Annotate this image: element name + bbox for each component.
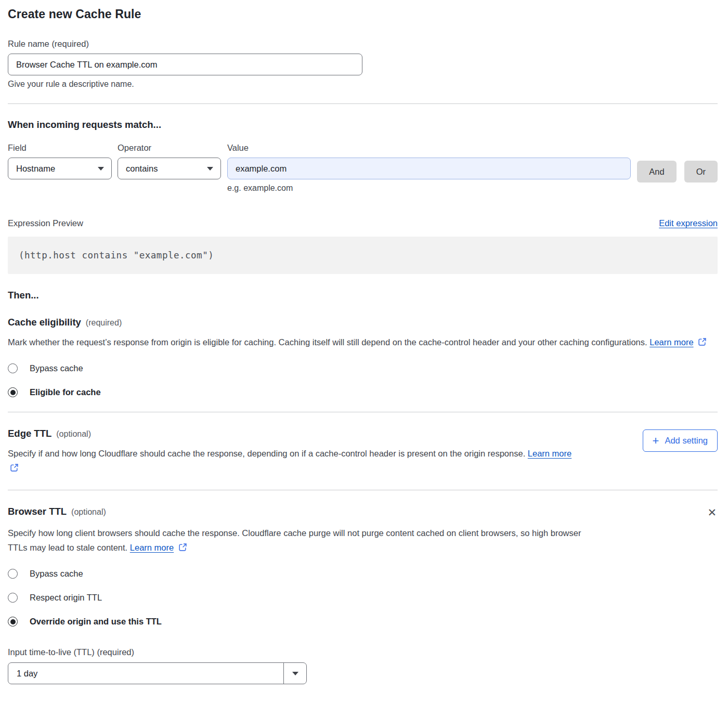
radio-icon <box>8 387 18 397</box>
edge-ttl-section: Edge TTL (optional) Specify if and how l… <box>8 428 718 475</box>
page-title: Create new Cache Rule <box>8 7 718 21</box>
or-button[interactable]: Or <box>684 161 718 182</box>
field-select[interactable]: Hostname <box>8 158 112 179</box>
chevron-down-icon <box>98 167 104 171</box>
then-heading: Then... <box>8 290 718 301</box>
external-link-icon <box>698 337 707 346</box>
chevron-down-icon <box>207 167 213 171</box>
learn-more-link[interactable]: Learn more <box>130 543 174 552</box>
radio-icon <box>8 569 18 579</box>
external-link-icon <box>178 543 187 552</box>
ttl-select-arrow-button[interactable] <box>283 663 306 684</box>
expression-preview-label: Expression Preview <box>8 218 83 228</box>
operator-select[interactable]: contains <box>118 158 221 179</box>
browser-ttl-section: Browser TTL (optional) ✕ Specify how lon… <box>8 506 718 684</box>
cache-eligibility-description: Mark whether the request’s response from… <box>8 335 718 349</box>
cache-eligibility-title: Cache eligibility <box>8 317 81 328</box>
cache-eligibility-required-tag: (required) <box>86 318 122 328</box>
radio-respect-origin-ttl[interactable]: Respect origin TTL <box>8 593 718 603</box>
section-divider <box>8 412 718 412</box>
close-icon[interactable]: ✕ <box>706 506 718 519</box>
operator-select-value: contains <box>126 164 158 174</box>
value-label: Value <box>227 143 631 153</box>
expression-code: (http.host contains "example.com") <box>19 250 214 260</box>
cache-eligibility-section: Cache eligibility (required) Mark whethe… <box>8 317 718 397</box>
rule-name-block: Rule name (required) Give your rule a de… <box>8 39 718 89</box>
match-section: When incoming requests match... Field Ho… <box>8 119 718 193</box>
section-divider <box>8 103 718 104</box>
field-label: Field <box>8 143 112 153</box>
browser-ttl-description: Specify how long client browsers should … <box>8 526 582 555</box>
expression-preview-box: (http.host contains "example.com") <box>8 237 718 274</box>
browser-ttl-optional-tag: (optional) <box>71 507 106 517</box>
rule-name-help: Give your rule a descriptive name. <box>8 80 718 89</box>
ttl-label: Input time-to-live (TTL) (required) <box>8 647 718 657</box>
radio-icon <box>8 593 18 603</box>
radio-bypass-cache-browser[interactable]: Bypass cache <box>8 569 718 579</box>
learn-more-link[interactable]: Learn more <box>649 337 693 347</box>
radio-eligible-for-cache[interactable]: Eligible for cache <box>8 387 718 397</box>
radio-bypass-cache[interactable]: Bypass cache <box>8 363 718 373</box>
operator-label: Operator <box>118 143 221 153</box>
edge-ttl-optional-tag: (optional) <box>56 429 91 439</box>
external-link-icon <box>10 463 19 472</box>
learn-more-link[interactable]: Learn more <box>528 449 571 458</box>
edit-expression-link[interactable]: Edit expression <box>659 218 718 228</box>
radio-icon <box>8 617 18 627</box>
and-button[interactable]: And <box>637 161 676 182</box>
ttl-select-value: 1 day <box>8 663 283 684</box>
edge-ttl-description: Specify if and how long Cloudflare shoul… <box>8 446 582 475</box>
edge-ttl-title: Edge TTL <box>8 428 51 439</box>
browser-ttl-title: Browser TTL <box>8 506 67 517</box>
plus-icon: + <box>653 435 659 447</box>
value-help: e.g. example.com <box>227 184 631 193</box>
radio-icon <box>8 363 18 373</box>
rule-name-input[interactable] <box>8 54 362 75</box>
chevron-down-icon <box>292 672 298 675</box>
value-input[interactable] <box>227 158 631 179</box>
section-divider <box>8 490 718 490</box>
field-select-value: Hostname <box>16 164 55 174</box>
add-setting-button[interactable]: + Add setting <box>643 429 718 452</box>
ttl-select[interactable]: 1 day <box>8 662 307 684</box>
radio-override-origin-ttl[interactable]: Override origin and use this TTL <box>8 617 718 627</box>
match-heading: When incoming requests match... <box>8 119 718 131</box>
expression-section: Expression Preview Edit expression (http… <box>8 218 718 274</box>
rule-name-label: Rule name (required) <box>8 39 718 49</box>
